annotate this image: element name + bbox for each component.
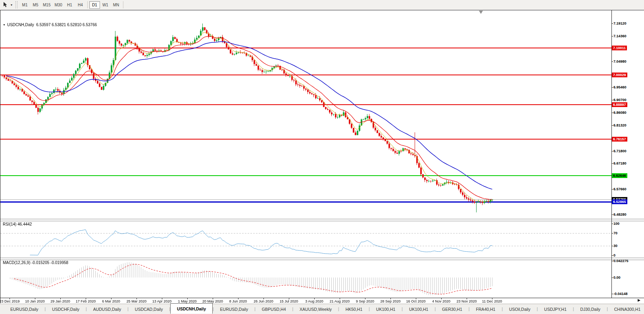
chart-canvas[interactable] bbox=[0, 10, 611, 308]
date-tick-label: 29 Jan 2020 bbox=[46, 299, 74, 303]
timeframe-button-w1[interactable]: W1 bbox=[100, 1, 111, 9]
date-tick-label: 23 Nov 2020 bbox=[453, 299, 481, 303]
price-tick-label: 6.71800 bbox=[613, 149, 627, 153]
price-tick-label: 6.81320 bbox=[613, 123, 627, 127]
tab-usdjpy-h1[interactable]: USDJPY,H1 bbox=[538, 304, 573, 314]
rsi-tick-label: 100 bbox=[613, 222, 619, 226]
price-tick-label: 7.19120 bbox=[613, 21, 627, 25]
price-tick-label: 6.90700 bbox=[613, 98, 627, 102]
timeframe-button-m5[interactable]: M5 bbox=[30, 1, 41, 9]
rsi-tick-label: 30 bbox=[613, 244, 617, 248]
date-tick-label: 20 May 2020 bbox=[199, 299, 227, 303]
timeframe-button-h4[interactable]: H4 bbox=[75, 1, 86, 9]
price-tick-mark bbox=[611, 23, 613, 24]
tab-usdcnh-daily[interactable]: USDCNH,Daily bbox=[170, 303, 213, 314]
toolbar-grip[interactable] bbox=[15, 1, 17, 8]
tab-china300-h1[interactable]: CHINA300,H1 bbox=[608, 304, 644, 314]
tab-ger30-h1[interactable]: GER30,H1 bbox=[436, 304, 469, 314]
price-tick-label: 6.86080 bbox=[613, 111, 627, 115]
tab-usoil-daily[interactable]: USOil,Daily bbox=[503, 304, 537, 314]
date-tick-label: 13 Apr 2020 bbox=[148, 299, 176, 303]
chart-window[interactable]: ▼USDCNH,Daily 6.53597 6.53821 6.52810 6.… bbox=[0, 10, 644, 303]
price-tick-label: 6.67180 bbox=[613, 161, 627, 165]
price-tick-label: 7.14360 bbox=[613, 34, 627, 38]
price-tick-mark bbox=[611, 87, 613, 88]
date-tick-label: 10 Jan 2020 bbox=[21, 299, 49, 303]
rsi-value: 46.4442 bbox=[17, 222, 32, 226]
macd-tick-label: 0.042275 bbox=[613, 259, 629, 263]
macd-value: -0.015205 bbox=[31, 260, 49, 265]
chart-tab-bar: EURUSD,Daily|USDCHF,Daily|AUDUSD,Daily|U… bbox=[0, 304, 644, 314]
timeframe-button-d1[interactable]: D1 bbox=[89, 1, 100, 9]
hline-label-6.76157: 6.76157 bbox=[612, 137, 627, 142]
tabs: EURUSD,Daily|USDCHF,Daily|AUDUSD,Daily|U… bbox=[4, 304, 644, 314]
price-tick-mark bbox=[611, 113, 613, 113]
timeframe-button-m1[interactable]: M1 bbox=[19, 1, 30, 9]
tab-gbpusd-h4[interactable]: GBPUSD,H4 bbox=[256, 304, 292, 314]
macd-tick-mark bbox=[611, 294, 613, 294]
timeframe-buttons: M1M5M15M30H1H4D1W1MN bbox=[19, 1, 125, 9]
cursor-dropdown-caret[interactable]: ▼ bbox=[9, 4, 14, 6]
rsi-tick-mark bbox=[611, 255, 613, 256]
date-tick-label: 1 May 2020 bbox=[173, 299, 201, 303]
chart-shift-marker[interactable] bbox=[479, 11, 483, 14]
ohlc-high: 6.53821 bbox=[52, 23, 66, 27]
ohlc-low: 6.52810 bbox=[67, 23, 81, 27]
timeframe-button-mn[interactable]: MN bbox=[111, 1, 121, 9]
date-tick-label: 3 Aug 2020 bbox=[300, 299, 328, 303]
price-tick-label: 6.48280 bbox=[613, 213, 627, 216]
rsi-tick-mark bbox=[611, 224, 613, 224]
date-tick-label: 21 Aug 2020 bbox=[326, 299, 354, 303]
tab-hk50-h1[interactable]: HK50,H1 bbox=[339, 304, 369, 314]
rsi-label: RSI(14) 46.4442 bbox=[3, 222, 32, 226]
price-tick-mark bbox=[611, 163, 613, 164]
price-tick-mark bbox=[611, 100, 613, 100]
macd-tick-label: 0.00 bbox=[613, 276, 621, 280]
chart-collapse-icon[interactable]: ▼ bbox=[3, 23, 6, 26]
tab-usdchf-daily[interactable]: USDCHF,Daily bbox=[46, 304, 86, 314]
tab-fra40-h1[interactable]: FRA40,H1 bbox=[469, 304, 502, 314]
tab-eurusd-daily[interactable]: EURUSD,Daily bbox=[4, 304, 45, 314]
tab-eurusd-daily[interactable]: EURUSD,Daily bbox=[214, 304, 255, 314]
tab-audusd-daily[interactable]: AUDUSD,Daily bbox=[87, 304, 128, 314]
chart-title: ▼USDCNH,Daily 6.53597 6.53821 6.52810 6.… bbox=[3, 23, 97, 27]
price-tick-mark bbox=[611, 36, 613, 36]
tab-uk100-h1[interactable]: UK100,H1 bbox=[370, 304, 402, 314]
price-tick-mark bbox=[611, 61, 613, 62]
cursor-icon[interactable] bbox=[1, 1, 9, 9]
macd-signal-value: -0.019958 bbox=[50, 260, 68, 265]
scroll-to-end-icon[interactable]: ▶ bbox=[638, 299, 640, 302]
date-tick-label: 23 Dec 2019 bbox=[0, 299, 23, 303]
mt4-window: ▼ M1M5M15M30H1H4D1W1MN ▼USDCNH,Daily 6.5… bbox=[0, 0, 644, 314]
hline-label-6.62646: 6.62646 bbox=[612, 173, 627, 178]
timeframe-button-m30[interactable]: M30 bbox=[52, 1, 64, 9]
price-tick-label: 6.95460 bbox=[613, 85, 627, 89]
rsi-tick-mark bbox=[611, 246, 613, 246]
price-tick-label: 7.04980 bbox=[613, 59, 627, 63]
macd-tick-mark bbox=[611, 278, 613, 278]
toolbar: ▼ M1M5M15M30H1H4D1W1MN bbox=[0, 0, 644, 10]
date-tick-label: 8 Jun 2020 bbox=[224, 299, 252, 303]
price-tick-mark bbox=[611, 151, 613, 151]
ohlc-open: 6.53597 bbox=[36, 23, 50, 27]
date-tick-label: 11 Dec 2020 bbox=[478, 299, 506, 303]
date-tick-label: 17 Feb 2020 bbox=[72, 299, 100, 303]
date-tick-label: 25 Mar 2020 bbox=[123, 299, 150, 303]
pointer-tool-group: ▼ bbox=[1, 1, 14, 9]
tab-usdcad-daily[interactable]: USDCAD,Daily bbox=[129, 304, 169, 314]
macd-label: MACD(12,26,9) -0.015205 -0.019958 bbox=[3, 260, 68, 265]
tab-dj30-daily[interactable]: DJ30,Daily bbox=[574, 304, 607, 314]
date-tick-label: 16 Oct 2020 bbox=[402, 299, 430, 303]
rsi-tick-label: 0 bbox=[613, 253, 615, 257]
tab-uk100-h1[interactable]: UK100,H1 bbox=[403, 304, 434, 314]
timeframe-button-h1[interactable]: H1 bbox=[64, 1, 75, 9]
hline-label-7.10011: 7.10011 bbox=[612, 46, 627, 50]
timeframe-button-m15[interactable]: M15 bbox=[41, 1, 52, 9]
rsi-tick-mark bbox=[611, 233, 613, 234]
price-tick-mark bbox=[611, 125, 613, 126]
hline-label-7.00029: 7.00029 bbox=[612, 73, 627, 77]
price-tick-mark bbox=[611, 214, 613, 215]
date-tick-label: 9 Sep 2020 bbox=[351, 299, 379, 303]
tab-xauusd-weekly[interactable]: XAUUSD,Weekly bbox=[293, 304, 338, 314]
date-tick-label: 15 Jul 2020 bbox=[275, 299, 303, 303]
